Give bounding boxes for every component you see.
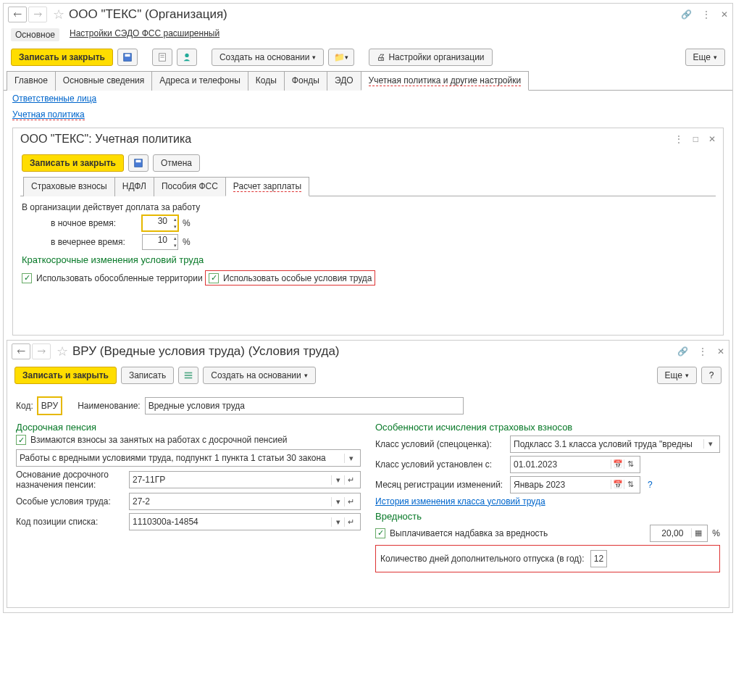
evening-input[interactable]: 10 bbox=[142, 234, 178, 250]
tab-calc[interactable]: Расчет зарплаты bbox=[225, 177, 309, 196]
code-input[interactable]: ВРУ bbox=[38, 397, 62, 414]
position-code-select[interactable]: 1110300а-14854 ▾↵ bbox=[129, 513, 361, 530]
svg-rect-9 bbox=[185, 375, 193, 376]
name-label: Наименование: bbox=[78, 401, 141, 411]
tab-fss[interactable]: Пособия ФСС bbox=[154, 177, 226, 196]
star-icon-2[interactable]: ☆ bbox=[57, 343, 68, 359]
class-date-label: Класс условий установлен с: bbox=[375, 459, 506, 470]
help-icon[interactable]: ? bbox=[701, 367, 722, 384]
work-type-select[interactable]: Работы с вредными условиями труда, подпу… bbox=[16, 449, 361, 467]
special-cond-label: Особые условия труда: bbox=[16, 496, 125, 507]
svg-rect-10 bbox=[185, 377, 193, 378]
history-link[interactable]: История изменения класса условий труда bbox=[375, 496, 545, 507]
create-on-basis-button[interactable]: Создать на основании▾ bbox=[212, 49, 325, 66]
reg-month-input[interactable]: Январь 2023 📅⇅ bbox=[510, 476, 640, 493]
check-icon: ✓ bbox=[22, 273, 32, 283]
help-q-icon[interactable]: ? bbox=[648, 480, 653, 490]
extra-days-label: Количество дней дополнительного отпуска … bbox=[380, 554, 585, 564]
window-title: ООО "ТЕКС" (Организация) bbox=[69, 7, 227, 22]
evening-label: в вечернее время: bbox=[51, 237, 138, 247]
chk-special-conditions[interactable]: ✓ Использовать особые условия труда bbox=[209, 273, 372, 283]
svg-rect-1 bbox=[125, 54, 130, 57]
nav-back-2[interactable]: 🡐 bbox=[12, 343, 30, 359]
early-pension-section: Досрочная пенсия bbox=[16, 422, 361, 433]
subnav-sedo-link[interactable]: Настройки СЭДО ФСС расширенный bbox=[70, 28, 219, 41]
extra-days-input[interactable]: 12 bbox=[590, 550, 607, 567]
class-date-input[interactable]: 01.01.2023 📅⇅ bbox=[510, 456, 640, 473]
link-icon[interactable]: 🔗 bbox=[681, 9, 692, 20]
panel-close-icon[interactable]: ✕ bbox=[708, 134, 716, 144]
save-close-button[interactable]: Записать и закрыть bbox=[11, 49, 113, 66]
save-close-button-2[interactable]: Записать и закрыть bbox=[14, 367, 117, 384]
panel-kebab-icon[interactable]: ⋮ bbox=[674, 134, 683, 144]
org-settings-button[interactable]: 🖨 Настройки организации bbox=[369, 49, 492, 66]
reg-month-label: Месяц регистрации изменений: bbox=[375, 480, 506, 490]
code-label: Код: bbox=[16, 401, 33, 411]
person-icon[interactable] bbox=[177, 49, 197, 66]
svg-rect-7 bbox=[135, 160, 141, 163]
name-input[interactable]: Вредные условия труда bbox=[145, 397, 464, 414]
tab-codes[interactable]: Коды bbox=[248, 71, 285, 91]
check-icon: ✓ bbox=[375, 528, 385, 538]
star-icon[interactable]: ☆ bbox=[53, 7, 64, 22]
panel-save-icon[interactable] bbox=[128, 154, 149, 172]
doc-icon[interactable] bbox=[152, 49, 172, 66]
calendar-icon: 📅 bbox=[611, 480, 624, 489]
folder-icon[interactable]: 📁▾ bbox=[328, 49, 354, 66]
chk-territories[interactable]: ✓ Использовать обособленные территории bbox=[22, 273, 203, 283]
svg-point-5 bbox=[185, 54, 188, 57]
subnav-main[interactable]: Основное bbox=[11, 28, 59, 41]
tab-policy[interactable]: Учетная политика и другие настройки bbox=[361, 71, 530, 91]
tab-ndfl[interactable]: НДФЛ bbox=[114, 177, 154, 196]
check-icon: ✓ bbox=[16, 435, 26, 445]
position-code-label: Код позиции списка: bbox=[16, 517, 125, 527]
org-window: 🡐 🡒 ☆ ООО "ТЕКС" (Организация) 🔗 ⋮ ✕ Осн… bbox=[3, 3, 733, 613]
nav-fwd-2[interactable]: 🡒 bbox=[32, 343, 51, 359]
tab-edo[interactable]: ЭДО bbox=[327, 71, 361, 91]
class-eval-label: Класс условий (спецоценка): bbox=[375, 439, 506, 449]
check-icon: ✓ bbox=[209, 273, 219, 283]
special-cond-select[interactable]: 27-2 ▾↵ bbox=[129, 493, 361, 510]
tab-main[interactable]: Главное bbox=[7, 71, 56, 91]
panel-title: ООО "ТЕКС": Учетная политика bbox=[20, 133, 191, 146]
short-term-section: Краткосрочные изменения условий труда bbox=[22, 254, 714, 265]
create-on-basis-2[interactable]: Создать на основании▾ bbox=[203, 367, 316, 384]
more-button-2[interactable]: Еще▾ bbox=[657, 367, 697, 384]
dropdown-icon: ▾ bbox=[344, 454, 357, 463]
link-icon-2[interactable]: 🔗 bbox=[677, 346, 688, 357]
night-label: в ночное время: bbox=[51, 218, 138, 228]
chk-hazard-pay[interactable]: ✓ Выплачивается надбавка за вредность bbox=[375, 528, 548, 538]
close-icon[interactable]: ✕ bbox=[721, 9, 728, 20]
nav-back[interactable]: 🡐 bbox=[8, 7, 27, 22]
surcharge-label: В организации действует доплата за работ… bbox=[22, 202, 714, 212]
class-eval-select[interactable]: Подкласс 3.1 класса условий труда "вредн… bbox=[510, 436, 720, 453]
calendar-icon: 📅 bbox=[611, 459, 624, 469]
save-icon[interactable] bbox=[117, 49, 138, 66]
hazard-section: Вредность bbox=[375, 511, 720, 522]
hazard-pct-input[interactable]: 20,00 ▦ bbox=[650, 525, 708, 542]
kebab-icon-2[interactable]: ⋮ bbox=[698, 346, 707, 357]
more-button[interactable]: Еще▾ bbox=[685, 49, 725, 66]
tab-funds[interactable]: Фонды bbox=[284, 71, 327, 91]
chk-early-pension[interactable]: ✓ Взимаются взносы за занятых на работах… bbox=[16, 435, 288, 445]
nav-fwd[interactable]: 🡒 bbox=[28, 7, 47, 22]
responsible-link[interactable]: Ответственные лица bbox=[12, 93, 96, 104]
kebab-icon[interactable]: ⋮ bbox=[702, 9, 711, 20]
night-input[interactable]: 30 bbox=[142, 215, 178, 231]
insurance-section: Особенности исчисления страховых взносов bbox=[375, 422, 720, 433]
policy-panel: ООО "ТЕКС": Учетная политика ⋮ □ ✕ Запис… bbox=[12, 128, 724, 336]
close-icon-2[interactable]: ✕ bbox=[717, 346, 724, 357]
basis-select[interactable]: 27-11ГР ▾↵ bbox=[129, 471, 361, 488]
cancel-button[interactable]: Отмена bbox=[153, 154, 200, 172]
win2-title: ВРУ (Вредные условия труда) (Условия тру… bbox=[72, 344, 340, 359]
policy-link[interactable]: Учетная политика bbox=[12, 109, 85, 120]
list-icon[interactable] bbox=[178, 367, 198, 384]
tab-addr[interactable]: Адреса и телефоны bbox=[151, 71, 248, 91]
tab-ins[interactable]: Страховые взносы bbox=[23, 177, 115, 196]
basis-label: Основание досрочного назначения пенсии: bbox=[16, 470, 125, 490]
panel-save-close-button[interactable]: Записать и закрыть bbox=[22, 154, 124, 172]
tab-basic[interactable]: Основные сведения bbox=[55, 71, 152, 91]
panel-max-icon[interactable]: □ bbox=[693, 134, 698, 144]
save-button-2[interactable]: Записать bbox=[121, 367, 174, 384]
svg-rect-8 bbox=[185, 372, 193, 373]
